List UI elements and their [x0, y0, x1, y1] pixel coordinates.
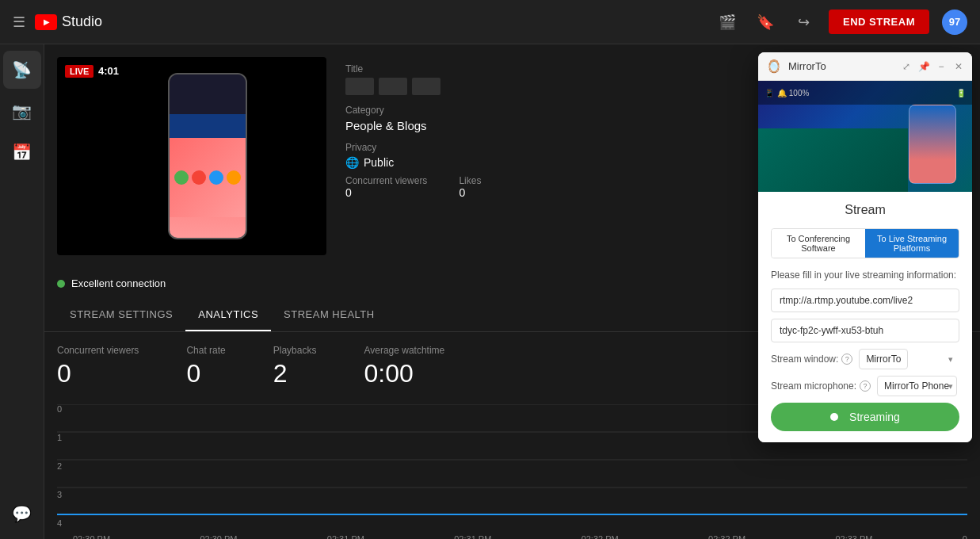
mirrortoo-preview-overlay: 📱 🔔 100% 🔋	[758, 81, 972, 105]
tab-live-streaming[interactable]: To Live Streaming Platforms	[865, 229, 959, 258]
live-badge: LIVE	[65, 65, 93, 78]
hamburger-menu-icon[interactable]: ☰	[13, 13, 25, 31]
sidebar-item-calendar[interactable]: 📅	[3, 133, 41, 171]
share-icon[interactable]: ↪	[791, 10, 816, 35]
phone-screen-top	[170, 75, 246, 138]
stream-window-select[interactable]: MirrorTo	[859, 349, 908, 369]
streaming-toggle-tabs: To Conferencing Software To Live Streami…	[771, 228, 959, 258]
connection-dot	[57, 280, 65, 288]
stream-window-select-wrapper: MirrorTo	[859, 349, 959, 369]
youtube-logo: Studio	[35, 13, 102, 30]
connection-label: Excellent connection	[71, 277, 166, 289]
stream-microphone-select[interactable]: MirrorTo Phone	[877, 376, 957, 396]
preview-teal-area	[758, 128, 908, 192]
mirrortoo-preview: 📱 🔔 100% 🔋	[758, 81, 972, 192]
title-icon-3	[412, 78, 440, 95]
metric-chat: Chat rate 0	[186, 345, 225, 388]
yt-logo-icon	[35, 14, 57, 30]
phone-screen-mid	[170, 138, 246, 217]
app-icon-3	[209, 170, 223, 185]
metric-chat-label: Chat rate	[186, 345, 225, 356]
mirrortoo-titlebar: 🪞 MirrorTo ⤢ 📌 − ✕	[758, 52, 972, 81]
metric-playbacks: Playbacks 2	[273, 345, 317, 388]
clapper-icon[interactable]: 🎬	[715, 10, 740, 35]
microphone-info-icon[interactable]: ?	[860, 380, 871, 392]
app-name: Studio	[62, 13, 102, 30]
stream-window-row: Stream window: ? MirrorTo	[771, 349, 959, 369]
app-icon-1	[174, 170, 189, 185]
concurrent-value: 0	[345, 186, 427, 199]
stream-microphone-select-wrapper: MirrorTo Phone	[877, 376, 959, 396]
streaming-dot	[830, 413, 838, 421]
stream-key-input[interactable]	[771, 319, 959, 342]
chart-x-labels: 02:30 PM 02:30 PM 02:31 PM 02:31 PM 02:3…	[57, 531, 967, 539]
phone-icon-area	[171, 167, 244, 188]
metric-watchtime: Average watchtime 0:00	[364, 345, 444, 388]
stream-window-title: Stream	[771, 203, 959, 217]
likes-value: 0	[459, 186, 481, 199]
mirrortoo-external-icon[interactable]: ⤢	[901, 61, 912, 72]
stream-dialog-body: Stream To Conferencing Software To Live …	[758, 192, 972, 442]
main-layout: 📡 📷 📅 💬 LIVE 4:01	[0, 44, 980, 539]
mirrortoo-app-icon: 🪞	[766, 59, 782, 74]
metric-concurrent-value: 0	[57, 359, 139, 388]
tab-stream-settings[interactable]: STREAM SETTINGS	[57, 299, 185, 331]
stream-microphone-label: Stream microphone: ?	[771, 380, 871, 392]
sidebar: 📡 📷 📅 💬	[0, 44, 44, 539]
app-icon-2	[192, 170, 206, 185]
mirrortoo-title-text: MirrorTo	[788, 60, 894, 72]
stat-concurrent: Concurrent viewers 0	[345, 175, 427, 199]
mirrortoo-window: 🪞 MirrorTo ⤢ 📌 − ✕ 📱 🔔 100% 🔋	[758, 52, 972, 442]
globe-icon: 🌐	[345, 156, 359, 169]
avatar[interactable]: 97	[942, 10, 967, 35]
topbar: ☰ Studio 🎬 🔖 ↪ END STREAM 97	[0, 0, 980, 44]
camera-icon: 📷	[12, 101, 32, 120]
app-icon-4	[227, 170, 241, 185]
metric-concurrent-label: Concurrent viewers	[57, 345, 139, 356]
stream-window-label: Stream window: ?	[771, 354, 852, 365]
window-info-icon[interactable]: ?	[841, 354, 852, 365]
mirrortoo-pin-icon[interactable]: 📌	[918, 61, 929, 72]
mirrortoo-controls: ⤢ 📌 − ✕	[901, 61, 964, 72]
title-icon-2	[379, 78, 407, 95]
metric-playbacks-value: 2	[273, 359, 317, 388]
sidebar-item-camera[interactable]: 📷	[3, 92, 41, 130]
metric-concurrent: Concurrent viewers 0	[57, 345, 139, 388]
fill-info-label: Please fill in your live streaming infor…	[771, 270, 959, 281]
tab-conferencing[interactable]: To Conferencing Software	[772, 229, 865, 258]
preview-phone-mini	[909, 105, 956, 184]
video-preview: LIVE 4:01	[57, 57, 326, 255]
metric-watchtime-label: Average watchtime	[364, 345, 444, 356]
calendar-icon: 📅	[12, 143, 32, 162]
end-stream-button[interactable]: END STREAM	[829, 10, 929, 34]
streaming-label: Streaming	[849, 411, 900, 423]
rtmp-input[interactable]	[771, 289, 959, 312]
title-icon-1	[345, 78, 374, 95]
content-area: LIVE 4:01 Title	[44, 44, 980, 539]
sidebar-item-live[interactable]: 📡	[3, 51, 41, 89]
chat-icon: 💬	[12, 504, 32, 523]
sidebar-item-chat[interactable]: 💬	[3, 495, 41, 533]
metric-playbacks-label: Playbacks	[273, 345, 317, 356]
phone-mockup	[168, 73, 247, 239]
stat-likes: Likes 0	[459, 175, 481, 199]
tab-analytics[interactable]: ANALYTICS	[185, 299, 271, 331]
likes-label: Likes	[459, 175, 481, 186]
live-icon: 📡	[12, 60, 32, 79]
streaming-button[interactable]: Streaming	[771, 403, 959, 431]
bookmark-icon[interactable]: 🔖	[753, 10, 778, 35]
sidebar-bottom: 💬	[3, 495, 41, 539]
stream-microphone-row: Stream microphone: ? MirrorTo Phone	[771, 376, 959, 396]
mirrortoo-close-button[interactable]: ✕	[953, 61, 964, 72]
concurrent-label: Concurrent viewers	[345, 175, 427, 186]
tab-stream-health[interactable]: STREAM HEALTH	[271, 299, 387, 331]
mirrortoo-minimize-button[interactable]: −	[936, 61, 947, 72]
metric-chat-value: 0	[186, 359, 225, 388]
metric-watchtime-value: 0:00	[364, 359, 444, 388]
live-timer: 4:01	[98, 65, 119, 77]
